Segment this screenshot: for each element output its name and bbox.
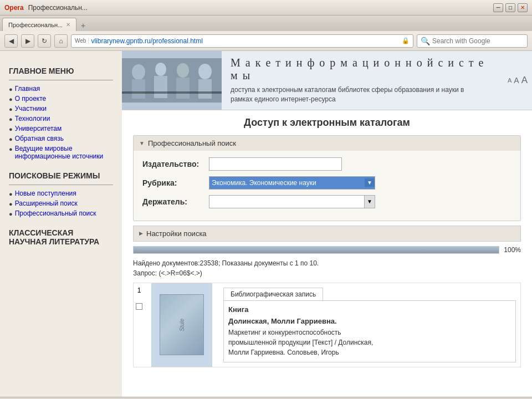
sidebar-link-world-sources[interactable]: Ведущие мировые информационные источники <box>15 145 113 160</box>
sidebar-link-feedback[interactable]: Обратная связь <box>15 135 64 142</box>
sidebar-item-universities[interactable]: ● Университетам <box>9 125 113 132</box>
search-input[interactable] <box>432 37 524 45</box>
sidebar-item-world-sources[interactable]: ● Ведущие мировые информационные источни… <box>9 145 113 160</box>
tab-close-button[interactable]: ✕ <box>66 22 70 28</box>
settings-title: Настройки поиска <box>146 229 207 238</box>
results-found-text: Найдено документов:23538; Показаны докум… <box>133 259 521 267</box>
bullet-icon: ● <box>9 136 13 142</box>
header-banner: М а к е т и н ф о р м а ц и о н н о й с … <box>122 51 532 110</box>
sidebar-link-advanced-search[interactable]: Расширенный поиск <box>15 200 78 207</box>
url-input[interactable] <box>91 37 400 45</box>
sidebar-item-feedback[interactable]: ● Обратная связь <box>9 135 113 142</box>
tab-label: Профессиональн... <box>8 22 63 28</box>
bib-record-tab[interactable]: Библиографическая запись <box>223 288 323 300</box>
address-bar[interactable]: Web 🔒 <box>71 34 413 48</box>
result-number: 1 <box>137 287 141 294</box>
sidebar-link-universities[interactable]: Университетам <box>15 125 62 132</box>
search-engine-icon: 🔍 <box>421 37 430 45</box>
search-bar[interactable]: 🔍 <box>417 34 528 48</box>
people-photo <box>122 58 222 103</box>
result-tab-content: Книга Долинская, Молли Гарриевна. Маркет… <box>223 300 516 362</box>
result-desc-line1: Маркетинг и конкурентоспособность <box>228 328 511 337</box>
sidebar-item-technologies[interactable]: ● Технологии <box>9 115 113 122</box>
header-title: М а к е т и н ф о р м а ц и о н н о й с … <box>231 57 494 82</box>
status-bar: Reload (Ctrl+R) ▶ <box>0 397 532 399</box>
progress-fill <box>134 247 499 253</box>
bullet-icon: ● <box>9 201 13 207</box>
sidebar-link-about[interactable]: О проекте <box>15 95 47 103</box>
result-desc-line3: Молли Гарриевна. Соловьев, Игорь <box>228 347 511 357</box>
active-tab[interactable]: Профессиональн... ✕ <box>2 18 76 31</box>
new-tab-button[interactable]: + <box>78 20 89 31</box>
back-button[interactable]: ◀ <box>4 34 18 48</box>
sidebar-item-new-arrivals[interactable]: ● Новые поступления <box>9 190 113 197</box>
sidebar-link-professional-search[interactable]: Профессиональный поиск <box>15 209 96 217</box>
progress-bar-wrap: 100% <box>133 246 521 254</box>
font-small-button[interactable]: A <box>508 77 511 84</box>
holder-label: Держатель: <box>142 197 209 206</box>
window-controls: ─ □ ✕ <box>493 3 528 12</box>
bullet-icon: ● <box>9 106 13 112</box>
search-section-header[interactable]: ▼ Профессиональный поиск <box>134 136 520 151</box>
bullet-icon: ● <box>9 116 13 122</box>
bullet-icon: ● <box>9 191 13 197</box>
result-author: Долинская, Молли Гарриевна. <box>228 317 511 325</box>
browser-logo: Opera <box>4 4 24 12</box>
holder-dropdown-button[interactable]: ▼ <box>364 196 375 208</box>
header-subtitle-line1: доступа к электронным каталогам библиоте… <box>231 85 494 95</box>
close-button[interactable]: ✕ <box>518 3 528 12</box>
home-button[interactable]: ⌂ <box>54 34 68 48</box>
sidebar-link-home[interactable]: Главная <box>15 85 40 93</box>
header-subtitle-line2: рамках единого интернет-ресурса <box>231 95 494 104</box>
main-content: М а к е т и н ф о р м а ц и о н н о й с … <box>122 51 532 397</box>
rubric-row: Рубрика: Экономика. Экономические науки … <box>142 176 511 190</box>
sidebar-item-home[interactable]: ● Главная <box>9 85 113 93</box>
book-cover-label: Stule <box>179 319 185 331</box>
search-section-title: Профессиональный поиск <box>148 139 236 147</box>
svg-rect-6 <box>176 78 190 99</box>
sidebar-item-about[interactable]: ● О проекте <box>9 95 113 103</box>
result-checkbox[interactable] <box>136 303 142 310</box>
classic-lit-title: КЛАССИЧЕСКАЯ НАУЧНАЯ ЛИТЕРАТУРА <box>9 228 113 246</box>
maximize-button[interactable]: □ <box>505 3 515 12</box>
sidebar-item-advanced-search[interactable]: ● Расширенный поиск <box>9 200 113 207</box>
search-section: ▼ Профессиональный поиск Издательство: Р… <box>133 135 521 221</box>
sidebar-item-professional-search[interactable]: ● Профессиональный поиск <box>9 209 113 217</box>
window-title: Профессиональн... <box>28 4 493 12</box>
sidebar-link-participants[interactable]: Участники <box>15 105 47 112</box>
rubric-label: Рубрика: <box>142 178 209 187</box>
minimize-button[interactable]: ─ <box>493 3 503 12</box>
font-large-button[interactable]: A <box>521 75 528 86</box>
svg-point-1 <box>132 64 145 80</box>
reload-button[interactable]: ↻ <box>38 34 51 48</box>
forward-button[interactable]: ▶ <box>21 34 34 48</box>
collapse-arrow-icon: ▼ <box>139 140 145 146</box>
rubric-dropdown-arrow[interactable]: ▼ <box>365 178 375 187</box>
ssl-icon: 🔒 <box>402 37 410 44</box>
svg-rect-9 <box>122 91 222 94</box>
publisher-input[interactable] <box>209 157 342 171</box>
book-cover: Stule <box>160 294 204 355</box>
font-med-button[interactable]: A <box>514 76 519 85</box>
result-book-image: Stule <box>151 283 212 367</box>
search-section-body: Издательство: Рубрика: Экономика. Эконом… <box>134 151 520 221</box>
page-title: Доступ к электронным каталогам <box>133 117 521 129</box>
svg-point-5 <box>177 63 189 78</box>
publisher-label: Издательство: <box>142 160 209 168</box>
nav-bar: ◀ ▶ ↻ ⌂ Web 🔒 🔍 <box>0 31 532 51</box>
bullet-icon: ● <box>9 146 13 152</box>
sidebar-item-participants[interactable]: ● Участники <box>9 105 113 112</box>
settings-arrow-icon: ▶ <box>139 231 143 236</box>
sidebar-link-new-arrivals[interactable]: Новые поступления <box>15 190 76 197</box>
sidebar-link-technologies[interactable]: Технологии <box>15 115 50 122</box>
title-bar: Opera Профессиональн... ─ □ ✕ <box>0 0 532 16</box>
bullet-icon: ● <box>9 126 13 132</box>
rubric-select[interactable]: Экономика. Экономические науки ▼ <box>209 176 375 190</box>
results-query-text: Запрос: (<.>R=06$<.>) <box>133 269 521 277</box>
result-details: Библиографическая запись Книга Долинская… <box>219 283 520 367</box>
publisher-row: Издательство: <box>142 157 511 171</box>
holder-input[interactable] <box>209 196 364 208</box>
settings-header[interactable]: ▶ Настройки поиска <box>134 226 520 241</box>
progress-bar <box>133 246 499 254</box>
header-image <box>122 51 222 110</box>
